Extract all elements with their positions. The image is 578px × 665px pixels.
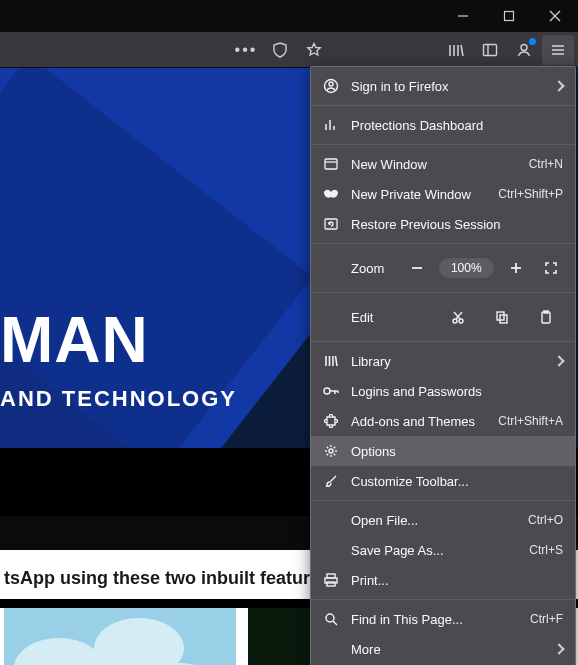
svg-point-41 xyxy=(329,449,333,453)
menu-library[interactable]: Library xyxy=(311,346,575,376)
menu-logins[interactable]: Logins and Passwords xyxy=(311,376,575,406)
menu-accel: Ctrl+F xyxy=(530,612,563,626)
menu-label: Restore Previous Session xyxy=(351,217,563,232)
key-icon xyxy=(323,383,339,399)
menu-protections[interactable]: Protections Dashboard xyxy=(311,110,575,140)
svg-rect-44 xyxy=(327,582,335,586)
notification-dot-icon xyxy=(529,38,536,45)
menu-label: New Private Window xyxy=(351,187,486,202)
menu-edit-row: Edit xyxy=(311,297,575,337)
menu-accel: Ctrl+Shift+A xyxy=(498,414,563,428)
svg-line-7 xyxy=(461,45,463,56)
menu-accel: Ctrl+O xyxy=(528,513,563,527)
page-actions-icon[interactable]: ••• xyxy=(230,35,262,65)
account-circle-icon xyxy=(323,78,339,94)
menu-accel: Ctrl+S xyxy=(529,543,563,557)
menu-addons[interactable]: Add-ons and Themes Ctrl+Shift+A xyxy=(311,406,575,436)
menu-accel: Ctrl+Shift+P xyxy=(498,187,563,201)
svg-line-36 xyxy=(336,356,338,366)
menu-zoom-row: Zoom 100% xyxy=(311,248,575,288)
edit-label: Edit xyxy=(323,310,373,325)
menu-private-window[interactable]: New Private Window Ctrl+Shift+P xyxy=(311,179,575,209)
cut-button[interactable] xyxy=(441,303,475,331)
maximize-button[interactable] xyxy=(486,0,532,32)
blank-icon xyxy=(323,641,339,657)
browser-toolbar: ••• xyxy=(0,32,578,68)
zoom-in-button[interactable] xyxy=(504,254,529,282)
bookmark-star-icon[interactable] xyxy=(298,35,330,65)
svg-point-15 xyxy=(329,82,333,86)
menu-label: Logins and Passwords xyxy=(351,384,563,399)
menu-more[interactable]: More xyxy=(311,634,575,664)
menu-label: New Window xyxy=(351,157,517,172)
menu-find[interactable]: Find in This Page... Ctrl+F xyxy=(311,604,575,634)
zoom-label: Zoom xyxy=(323,261,384,276)
menu-label: Add-ons and Themes xyxy=(351,414,486,429)
hero-title: MAN xyxy=(0,308,237,372)
svg-rect-8 xyxy=(484,44,497,55)
dashboard-icon xyxy=(323,117,339,133)
menu-label: Options xyxy=(351,444,563,459)
svg-point-10 xyxy=(521,44,527,50)
copy-button[interactable] xyxy=(485,303,519,331)
menu-label: Sign in to Firefox xyxy=(351,79,563,94)
blank-icon xyxy=(323,542,339,558)
window-titlebar xyxy=(0,0,578,32)
menu-label: Open File... xyxy=(351,513,516,528)
blank-icon xyxy=(323,512,339,528)
minimize-button[interactable] xyxy=(440,0,486,32)
menu-print[interactable]: Print... xyxy=(311,565,575,595)
paintbrush-icon xyxy=(323,473,339,489)
menu-accel: Ctrl+N xyxy=(529,157,563,171)
menu-label: Protections Dashboard xyxy=(351,118,563,133)
paste-button[interactable] xyxy=(529,303,563,331)
search-icon xyxy=(323,611,339,627)
restore-icon xyxy=(323,216,339,232)
menu-label: Library xyxy=(351,354,563,369)
menu-label: Print... xyxy=(351,573,563,588)
svg-point-26 xyxy=(459,319,463,323)
svg-rect-19 xyxy=(325,159,337,169)
svg-point-37 xyxy=(324,388,330,394)
close-button[interactable] xyxy=(532,0,578,32)
mask-icon xyxy=(323,186,339,202)
print-icon xyxy=(323,572,339,588)
svg-rect-1 xyxy=(505,12,514,21)
zoom-out-button[interactable] xyxy=(404,254,429,282)
sidebar-icon[interactable] xyxy=(474,35,506,65)
menu-label: Save Page As... xyxy=(351,543,517,558)
library-icon xyxy=(323,353,339,369)
menu-options[interactable]: Options xyxy=(311,436,575,466)
puzzle-icon xyxy=(323,413,339,429)
app-menu: Sign in to Firefox Protections Dashboard… xyxy=(310,66,576,665)
article-thumbnail[interactable] xyxy=(4,608,236,665)
gear-icon xyxy=(323,443,339,459)
zoom-reset-button[interactable]: 100% xyxy=(439,258,494,278)
svg-line-46 xyxy=(333,621,337,625)
menu-label: Find in This Page... xyxy=(351,612,518,627)
account-icon[interactable] xyxy=(508,35,540,65)
svg-point-45 xyxy=(326,614,334,622)
menu-customize[interactable]: Customize Toolbar... xyxy=(311,466,575,496)
menu-label: More xyxy=(351,642,563,657)
menu-sign-in[interactable]: Sign in to Firefox xyxy=(311,71,575,101)
svg-point-25 xyxy=(453,319,457,323)
menu-label: Customize Toolbar... xyxy=(351,474,563,489)
menu-new-window[interactable]: New Window Ctrl+N xyxy=(311,149,575,179)
library-icon[interactable] xyxy=(440,35,472,65)
fullscreen-button[interactable] xyxy=(538,254,563,282)
window-icon xyxy=(323,156,339,172)
menu-save-page[interactable]: Save Page As... Ctrl+S xyxy=(311,535,575,565)
tracking-protection-icon[interactable] xyxy=(264,35,296,65)
menu-open-file[interactable]: Open File... Ctrl+O xyxy=(311,505,575,535)
hero-subtitle: AND TECHNOLOGY xyxy=(0,386,237,412)
menu-restore-session[interactable]: Restore Previous Session xyxy=(311,209,575,239)
